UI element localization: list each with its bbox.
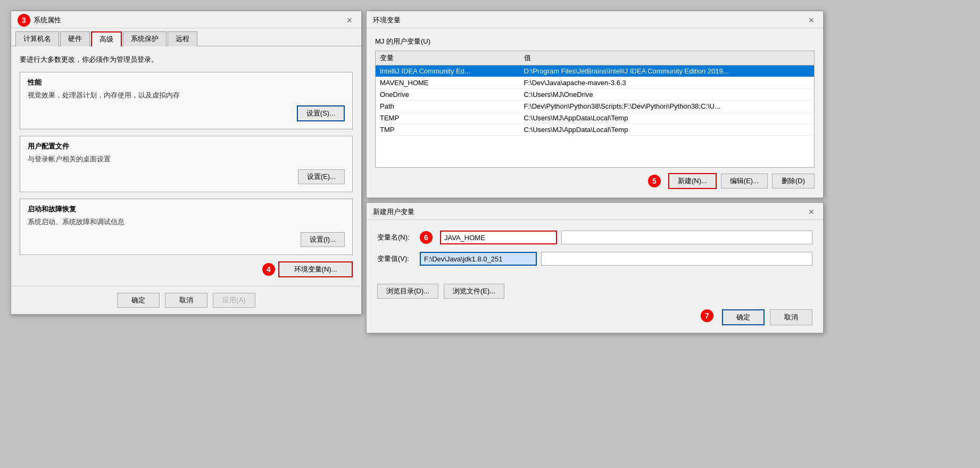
- tab-system-protection[interactable]: 系统保护: [123, 31, 167, 46]
- edit-var-button[interactable]: 编辑(E)...: [721, 174, 768, 188]
- env-vars-window: 环境变量 ✕ MJ 的用户变量(U) 变量 值 IntelliJ IDEA Co…: [366, 11, 824, 198]
- system-props-ok-button[interactable]: 确定: [117, 293, 160, 308]
- startup-recovery-title: 启动和故障恢复: [28, 204, 345, 214]
- var-name-cell: Path: [376, 101, 520, 112]
- system-props-cancel-button[interactable]: 取消: [165, 293, 207, 308]
- startup-recovery-desc: 系统启动、系统故障和调试信息: [28, 217, 345, 227]
- table-row[interactable]: TEMP C:\Users\MJ\AppData\Local\Temp: [376, 112, 814, 124]
- var-value-cell: C:\Users\MJ\AppData\Local\Temp: [520, 112, 814, 124]
- tab-hardware[interactable]: 硬件: [60, 31, 90, 46]
- performance-desc: 视觉效果，处理器计划，内存使用，以及虚拟内存: [28, 91, 345, 100]
- var-value-full-input[interactable]: [541, 252, 812, 266]
- env-vars-titlebar: 环境变量 ✕: [367, 11, 823, 28]
- new-var-button[interactable]: 新建(N)...: [668, 173, 717, 189]
- table-row[interactable]: Path F:\Dev\Python\Python38\Scripts;F:\D…: [376, 101, 814, 112]
- var-value-cell: D:\Program Files\JetBrains\IntelliJ IDEA…: [520, 65, 814, 77]
- info-text: 要进行大多数更改，你必须作为管理员登录。: [20, 55, 353, 64]
- var-value-cell: F:\Dev\Java\apache-maven-3.6.3: [520, 77, 814, 89]
- tab-remote[interactable]: 远程: [168, 31, 197, 46]
- env-vars-content: MJ 的用户变量(U) 变量 值 IntelliJ IDEA Community…: [367, 28, 823, 198]
- new-var-ok-button[interactable]: 确定: [722, 309, 765, 325]
- new-var-close-button[interactable]: ✕: [806, 207, 817, 217]
- var-name-cell: IntelliJ IDEA Community Ed...: [376, 65, 520, 77]
- badge-4: 4: [262, 263, 275, 276]
- env-vars-buttons: 5 新建(N)... 编辑(E)... 删除(D): [375, 173, 815, 189]
- badge-7: 7: [701, 309, 713, 322]
- var-name-cell: MAVEN_HOME: [376, 77, 520, 89]
- var-value-row: 变量值(V):: [377, 252, 812, 266]
- system-props-close-button[interactable]: ✕: [344, 15, 355, 26]
- new-var-browse-buttons: 浏览目录(D)... 浏览文件(E)...: [367, 278, 823, 304]
- var-value-input[interactable]: [420, 252, 537, 266]
- tab-advanced[interactable]: 高级: [91, 31, 122, 46]
- system-props-apply-button[interactable]: 应用(A): [213, 293, 255, 308]
- var-name-cell: TMP: [376, 124, 520, 136]
- new-var-titlebar: 新建用户变量 ✕: [367, 203, 823, 220]
- system-properties-window: 3 系统属性 ✕ 计算机名 硬件 高级 系统保护 远程 要进行大多数更改，你必须…: [11, 11, 362, 315]
- var-name-cell: OneDrive: [376, 89, 520, 101]
- col-header-name: 变量: [376, 51, 520, 65]
- table-row[interactable]: MAVEN_HOME F:\Dev\Java\apache-maven-3.6.…: [376, 77, 814, 89]
- env-vars-row: 4 环境变量(N)...: [20, 261, 353, 277]
- var-name-label: 变量名(N):: [377, 233, 420, 242]
- new-var-content: 变量名(N): 6 变量值(V):: [367, 220, 823, 278]
- var-value-label: 变量值(V):: [377, 254, 420, 264]
- var-name-cell: TEMP: [376, 112, 520, 124]
- env-vars-window-title: 环境变量: [373, 15, 401, 25]
- user-vars-title: MJ 的用户变量(U): [375, 37, 815, 46]
- user-profile-desc: 与登录帐户相关的桌面设置: [28, 154, 345, 164]
- env-vars-button[interactable]: 环境变量(N)...: [278, 261, 353, 277]
- new-var-cancel-button[interactable]: 取消: [770, 309, 812, 325]
- var-value-cell: F:\Dev\Python\Python38\Scripts;F:\Dev\Py…: [520, 101, 814, 112]
- performance-settings-button[interactable]: 设置(S)...: [297, 105, 345, 121]
- env-vars-close-button[interactable]: ✕: [806, 15, 817, 26]
- browse-file-button[interactable]: 浏览文件(E)...: [444, 284, 504, 299]
- table-row[interactable]: OneDrive C:\Users\MJ\OneDrive: [376, 89, 814, 101]
- var-value-cell: C:\Users\MJ\OneDrive: [520, 89, 814, 101]
- user-profile-title: 用户配置文件: [28, 142, 345, 151]
- tab-computer-name[interactable]: 计算机名: [15, 31, 59, 46]
- tabs-bar: 计算机名 硬件 高级 系统保护 远程: [11, 28, 361, 46]
- user-profile-section: 用户配置文件 与登录帐户相关的桌面设置 设置(E)...: [20, 136, 353, 192]
- performance-title: 性能: [28, 78, 345, 87]
- var-name-row: 变量名(N): 6: [377, 231, 812, 244]
- browse-dir-button[interactable]: 浏览目录(D)...: [377, 284, 438, 299]
- var-value-cell: C:\Users\MJ\AppData\Local\Temp: [520, 124, 814, 136]
- table-row[interactable]: IntelliJ IDEA Community Ed... D:\Program…: [376, 65, 814, 77]
- system-props-titlebar: 3 系统属性 ✕: [11, 11, 361, 28]
- startup-recovery-settings-button[interactable]: 设置(I)...: [301, 232, 345, 247]
- badge-3: 3: [18, 14, 30, 27]
- user-profile-settings-button[interactable]: 设置(E)...: [298, 169, 345, 184]
- startup-recovery-section: 启动和故障恢复 系统启动、系统故障和调试信息 设置(I)...: [20, 199, 353, 255]
- delete-var-button[interactable]: 删除(D): [772, 174, 815, 188]
- badge-5: 5: [648, 175, 661, 187]
- var-name-full-input[interactable]: [561, 231, 812, 244]
- user-vars-table: 变量 值 IntelliJ IDEA Community Ed... D:\Pr…: [376, 51, 814, 136]
- new-var-footer: 7 确定 取消: [367, 304, 823, 333]
- system-props-footer: 确定 取消 应用(A): [11, 286, 361, 314]
- new-user-var-window: 新建用户变量 ✕ 变量名(N): 6 变量值(V): 浏览目录(: [366, 202, 824, 333]
- new-var-window-title: 新建用户变量: [373, 207, 414, 217]
- badge-6: 6: [420, 231, 433, 244]
- performance-section: 性能 视觉效果，处理器计划，内存使用，以及虚拟内存 设置(S)...: [20, 72, 353, 129]
- user-vars-table-container: 变量 值 IntelliJ IDEA Community Ed... D:\Pr…: [375, 51, 815, 168]
- table-row[interactable]: TMP C:\Users\MJ\AppData\Local\Temp: [376, 124, 814, 136]
- right-panel: 环境变量 ✕ MJ 的用户变量(U) 变量 值 IntelliJ IDEA Co…: [366, 11, 969, 333]
- system-props-content: 要进行大多数更改，你必须作为管理员登录。 性能 视觉效果，处理器计划，内存使用，…: [11, 46, 361, 286]
- system-props-title: 系统属性: [34, 15, 61, 25]
- col-header-value: 值: [520, 51, 814, 65]
- var-name-input[interactable]: [440, 231, 557, 244]
